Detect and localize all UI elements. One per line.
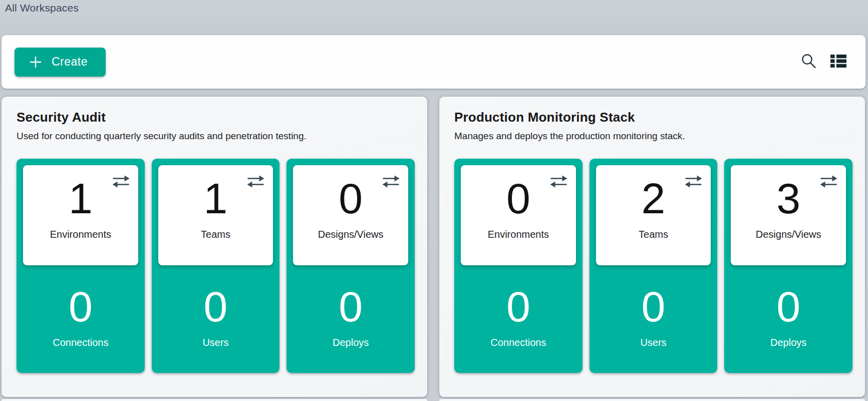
swap-horizontal-icon <box>684 174 703 188</box>
stat-tile-designs-views[interactable]: 0 Designs/Views 0 Deploys <box>286 159 415 373</box>
stat-bottom-section: 0 Users <box>596 265 711 373</box>
stat-count: 1 <box>69 175 93 222</box>
view-list-button[interactable] <box>826 50 850 74</box>
workspaces-toolbar: Create <box>2 35 865 89</box>
workspace-stats-grid: 0 Environments 0 Connections <box>454 159 852 373</box>
stat-label: Teams <box>639 229 668 240</box>
stat-label: Teams <box>201 229 230 240</box>
next-row-card-edge <box>439 399 865 401</box>
stat-inner-card: 0 Designs/Views <box>293 165 408 265</box>
stat-label: Environments <box>50 229 111 240</box>
stat-bottom-count: 0 <box>776 283 800 330</box>
stat-tile-teams[interactable]: 1 Teams 0 Users <box>152 159 280 373</box>
stat-bottom-count: 0 <box>506 283 530 330</box>
search-button[interactable] <box>796 50 820 74</box>
stat-bottom-section: 0 Deploys <box>293 265 408 373</box>
stat-bottom-label: Users <box>202 337 228 348</box>
swap-horizontal-icon <box>246 174 265 188</box>
stat-bottom-count: 0 <box>339 283 363 330</box>
create-button-label: Create <box>52 55 88 69</box>
workspace-title: Security Audit <box>17 110 415 125</box>
stat-inner-card: 1 Teams <box>158 165 273 265</box>
stat-inner-card: 0 Environments <box>461 165 576 265</box>
stat-bottom-label: Connections <box>53 337 108 348</box>
plus-icon <box>29 55 43 69</box>
stat-label: Environments <box>488 229 549 240</box>
page-title: All Workspaces <box>5 2 79 14</box>
stat-inner-card: 1 Environments <box>23 165 138 265</box>
stat-bottom-section: 0 Connections <box>23 265 138 373</box>
stat-bottom-count: 0 <box>204 283 228 330</box>
search-icon <box>800 53 817 71</box>
swap-horizontal-icon <box>819 174 838 188</box>
workspace-description: Manages and deploys the production monit… <box>454 131 852 142</box>
stat-tile-teams[interactable]: 2 Teams 0 Users <box>590 159 718 373</box>
stat-bottom-label: Users <box>640 337 666 348</box>
stat-inner-card: 2 Teams <box>596 165 711 265</box>
view-list-icon <box>830 54 847 70</box>
stat-count: 3 <box>776 175 800 222</box>
workspace-title: Production Monitoring Stack <box>454 110 852 125</box>
workspace-card-security-audit: Security Audit Used for conducting quart… <box>2 97 427 397</box>
workspace-description: Used for conducting quarterly security a… <box>17 131 415 142</box>
swap-horizontal-icon <box>382 174 400 188</box>
stat-bottom-section: 0 Connections <box>461 265 576 373</box>
next-row-card-edge <box>2 399 427 401</box>
stat-inner-card: 3 Designs/Views <box>731 165 846 265</box>
stat-label: Designs/Views <box>318 229 384 240</box>
stat-label: Designs/Views <box>756 229 821 240</box>
swap-horizontal-icon <box>549 174 568 188</box>
stat-bottom-label: Connections <box>490 337 546 348</box>
stat-tile-environments[interactable]: 1 Environments 0 Connections <box>17 159 145 373</box>
stat-tile-environments[interactable]: 0 Environments 0 Connections <box>454 159 583 373</box>
stat-bottom-section: 0 Deploys <box>731 265 846 373</box>
workspace-card-production-monitoring: Production Monitoring Stack Manages and … <box>439 97 865 397</box>
create-button[interactable]: Create <box>15 48 106 77</box>
stat-count: 0 <box>339 175 363 222</box>
stat-bottom-label: Deploys <box>333 337 369 348</box>
stat-bottom-label: Deploys <box>770 337 806 348</box>
workspace-cards-row: Security Audit Used for conducting quart… <box>2 97 865 397</box>
stat-tile-designs-views[interactable]: 3 Designs/Views 0 Deploys <box>724 159 852 373</box>
stat-count: 0 <box>506 175 530 222</box>
swap-horizontal-icon <box>112 174 130 188</box>
stat-bottom-section: 0 Users <box>158 265 273 373</box>
workspace-stats-grid: 1 Environments 0 Connections <box>17 159 415 373</box>
stat-bottom-count: 0 <box>69 283 93 330</box>
stat-count: 2 <box>642 175 666 222</box>
stat-bottom-count: 0 <box>642 283 666 330</box>
stat-count: 1 <box>204 175 228 222</box>
